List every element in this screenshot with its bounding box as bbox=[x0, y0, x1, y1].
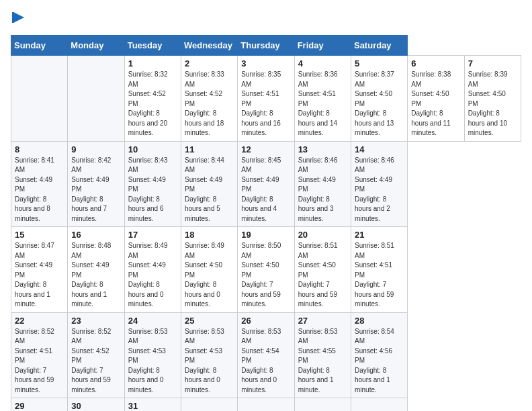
cell-info: Sunrise: 8:47 AMSunset: 4:49 PMDaylight:… bbox=[15, 241, 64, 310]
calendar-cell: 24Sunrise: 8:53 AMSunset: 4:53 PMDayligh… bbox=[124, 312, 181, 398]
calendar-week-row: 29Sunrise: 8:54 AMSunset: 4:56 PMDayligh… bbox=[11, 398, 521, 412]
day-number: 11 bbox=[185, 144, 234, 154]
cell-info: Sunrise: 8:52 AMSunset: 4:51 PMDaylight:… bbox=[15, 327, 64, 396]
day-number: 18 bbox=[185, 230, 234, 240]
calendar-day-header: Saturday bbox=[351, 36, 407, 56]
cell-info: Sunrise: 8:42 AMSunset: 4:49 PMDaylight:… bbox=[71, 156, 120, 224]
calendar-cell bbox=[351, 398, 407, 412]
calendar-day-header: Friday bbox=[294, 36, 351, 56]
calendar-cell: 2Sunrise: 8:33 AMSunset: 4:52 PMDaylight… bbox=[181, 56, 237, 142]
day-number: 9 bbox=[71, 144, 120, 154]
cell-info: Sunrise: 8:53 AMSunset: 4:54 PMDaylight:… bbox=[241, 327, 290, 396]
calendar-week-row: 15Sunrise: 8:47 AMSunset: 4:49 PMDayligh… bbox=[11, 227, 521, 313]
day-number: 7 bbox=[468, 58, 517, 68]
calendar-cell: 12Sunrise: 8:45 AMSunset: 4:49 PMDayligh… bbox=[238, 141, 294, 227]
cell-info: Sunrise: 8:52 AMSunset: 4:52 PMDaylight:… bbox=[71, 327, 120, 396]
day-number: 20 bbox=[298, 230, 347, 240]
calendar-cell: 9Sunrise: 8:42 AMSunset: 4:49 PMDaylight… bbox=[68, 141, 124, 227]
calendar-cell bbox=[11, 56, 68, 142]
calendar-cell: 22Sunrise: 8:52 AMSunset: 4:51 PMDayligh… bbox=[11, 312, 68, 398]
calendar-cell: 11Sunrise: 8:44 AMSunset: 4:49 PMDayligh… bbox=[181, 141, 237, 227]
calendar-cell: 21Sunrise: 8:51 AMSunset: 4:51 PMDayligh… bbox=[351, 227, 407, 313]
calendar-day-header: Sunday bbox=[11, 36, 68, 56]
calendar-cell: 18Sunrise: 8:49 AMSunset: 4:50 PMDayligh… bbox=[181, 227, 237, 313]
cell-info: Sunrise: 8:32 AMSunset: 4:52 PMDaylight:… bbox=[128, 70, 177, 138]
day-number: 16 bbox=[71, 230, 120, 240]
cell-info: Sunrise: 8:44 AMSunset: 4:49 PMDaylight:… bbox=[185, 156, 234, 224]
cell-info: Sunrise: 8:51 AMSunset: 4:51 PMDaylight:… bbox=[355, 241, 404, 310]
calendar-cell bbox=[68, 56, 124, 142]
calendar-cell: 7Sunrise: 8:39 AMSunset: 4:50 PMDaylight… bbox=[464, 56, 521, 142]
calendar-cell: 23Sunrise: 8:52 AMSunset: 4:52 PMDayligh… bbox=[68, 312, 124, 398]
calendar-cell: 28Sunrise: 8:54 AMSunset: 4:56 PMDayligh… bbox=[351, 312, 407, 398]
calendar-cell: 20Sunrise: 8:51 AMSunset: 4:50 PMDayligh… bbox=[294, 227, 351, 313]
day-number: 29 bbox=[15, 401, 64, 411]
day-number: 15 bbox=[15, 230, 64, 240]
calendar-cell bbox=[181, 398, 237, 412]
cell-info: Sunrise: 8:39 AMSunset: 4:50 PMDaylight:… bbox=[468, 70, 517, 138]
day-number: 10 bbox=[128, 144, 177, 154]
day-number: 12 bbox=[241, 144, 290, 154]
calendar-cell: 5Sunrise: 8:37 AMSunset: 4:50 PMDaylight… bbox=[351, 56, 407, 142]
calendar-cell: 29Sunrise: 8:54 AMSunset: 4:56 PMDayligh… bbox=[11, 398, 68, 412]
day-number: 25 bbox=[185, 316, 234, 326]
calendar-cell: 13Sunrise: 8:46 AMSunset: 4:49 PMDayligh… bbox=[294, 141, 351, 227]
cell-info: Sunrise: 8:54 AMSunset: 4:56 PMDaylight:… bbox=[355, 327, 404, 396]
calendar-day-header: Wednesday bbox=[181, 36, 237, 56]
calendar-table: SundayMondayTuesdayWednesdayThursdayFrid… bbox=[11, 35, 521, 411]
day-number: 21 bbox=[355, 230, 404, 240]
calendar-week-row: 8Sunrise: 8:41 AMSunset: 4:49 PMDaylight… bbox=[11, 141, 521, 227]
cell-info: Sunrise: 8:43 AMSunset: 4:49 PMDaylight:… bbox=[128, 156, 177, 224]
calendar-cell: 31Sunrise: 8:54 AMSunset: 4:58 PMDayligh… bbox=[124, 398, 181, 412]
page-container: SundayMondayTuesdayWednesdayThursdayFrid… bbox=[0, 0, 532, 411]
calendar-cell: 30Sunrise: 8:54 AMSunset: 4:57 PMDayligh… bbox=[68, 398, 124, 412]
calendar-cell: 27Sunrise: 8:53 AMSunset: 4:55 PMDayligh… bbox=[294, 312, 351, 398]
day-number: 26 bbox=[241, 316, 290, 326]
day-number: 1 bbox=[128, 58, 177, 68]
logo-icon bbox=[12, 11, 27, 26]
day-number: 30 bbox=[71, 401, 120, 411]
day-number: 23 bbox=[71, 316, 120, 326]
day-number: 2 bbox=[185, 58, 234, 68]
calendar-cell: 16Sunrise: 8:48 AMSunset: 4:49 PMDayligh… bbox=[68, 227, 124, 313]
calendar-cell: 15Sunrise: 8:47 AMSunset: 4:49 PMDayligh… bbox=[11, 227, 68, 313]
day-number: 24 bbox=[128, 316, 177, 326]
day-number: 3 bbox=[241, 58, 290, 68]
day-number: 27 bbox=[298, 316, 347, 326]
cell-info: Sunrise: 8:49 AMSunset: 4:50 PMDaylight:… bbox=[185, 241, 234, 310]
svg-marker-0 bbox=[13, 12, 24, 23]
page-header bbox=[11, 11, 521, 28]
day-number: 17 bbox=[128, 230, 177, 240]
cell-info: Sunrise: 8:41 AMSunset: 4:49 PMDaylight:… bbox=[15, 156, 64, 224]
cell-info: Sunrise: 8:53 AMSunset: 4:53 PMDaylight:… bbox=[128, 327, 177, 396]
cell-info: Sunrise: 8:49 AMSunset: 4:49 PMDaylight:… bbox=[128, 241, 177, 310]
calendar-week-row: 22Sunrise: 8:52 AMSunset: 4:51 PMDayligh… bbox=[11, 312, 521, 398]
cell-info: Sunrise: 8:50 AMSunset: 4:50 PMDaylight:… bbox=[241, 241, 290, 310]
calendar-day-header: Monday bbox=[68, 36, 124, 56]
cell-info: Sunrise: 8:38 AMSunset: 4:50 PMDaylight:… bbox=[411, 70, 460, 138]
calendar-cell: 25Sunrise: 8:53 AMSunset: 4:53 PMDayligh… bbox=[181, 312, 237, 398]
calendar-cell bbox=[238, 398, 294, 412]
cell-info: Sunrise: 8:53 AMSunset: 4:55 PMDaylight:… bbox=[298, 327, 347, 396]
day-number: 6 bbox=[411, 58, 460, 68]
calendar-cell: 19Sunrise: 8:50 AMSunset: 4:50 PMDayligh… bbox=[238, 227, 294, 313]
day-number: 19 bbox=[241, 230, 290, 240]
cell-info: Sunrise: 8:36 AMSunset: 4:51 PMDaylight:… bbox=[298, 70, 347, 138]
cell-info: Sunrise: 8:48 AMSunset: 4:49 PMDaylight:… bbox=[71, 241, 120, 310]
calendar-cell: 10Sunrise: 8:43 AMSunset: 4:49 PMDayligh… bbox=[124, 141, 181, 227]
calendar-cell: 3Sunrise: 8:35 AMSunset: 4:51 PMDaylight… bbox=[238, 56, 294, 142]
day-number: 13 bbox=[298, 144, 347, 154]
calendar-week-row: 1Sunrise: 8:32 AMSunset: 4:52 PMDaylight… bbox=[11, 56, 521, 142]
cell-info: Sunrise: 8:53 AMSunset: 4:53 PMDaylight:… bbox=[185, 327, 234, 396]
calendar-cell: 4Sunrise: 8:36 AMSunset: 4:51 PMDaylight… bbox=[294, 56, 351, 142]
calendar-day-header: Tuesday bbox=[124, 36, 181, 56]
day-number: 28 bbox=[355, 316, 404, 326]
day-number: 31 bbox=[128, 401, 177, 411]
calendar-cell: 26Sunrise: 8:53 AMSunset: 4:54 PMDayligh… bbox=[238, 312, 294, 398]
cell-info: Sunrise: 8:46 AMSunset: 4:49 PMDaylight:… bbox=[298, 156, 347, 224]
logo bbox=[11, 11, 27, 28]
svg-rect-1 bbox=[12, 12, 14, 23]
calendar-day-header: Thursday bbox=[238, 36, 294, 56]
cell-info: Sunrise: 8:35 AMSunset: 4:51 PMDaylight:… bbox=[241, 70, 290, 138]
cell-info: Sunrise: 8:46 AMSunset: 4:49 PMDaylight:… bbox=[355, 156, 404, 224]
